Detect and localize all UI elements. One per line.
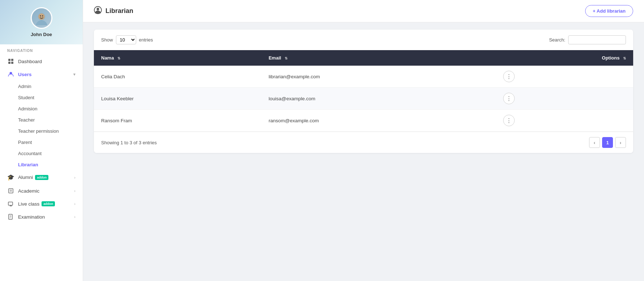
academic-icon (7, 188, 14, 194)
sort-email-icon: ⇅ (285, 56, 288, 60)
dashboard-label: Dashboard (18, 59, 42, 64)
cell-email: librarian@example.com (262, 66, 496, 88)
avatar (31, 7, 52, 29)
pagination: ‹ 1 › (589, 137, 626, 148)
examination-label: Examination (18, 214, 45, 220)
cell-options: ⋮ (496, 88, 633, 110)
cell-email: louisa@example.com (262, 88, 496, 110)
page-1-button[interactable]: 1 (602, 137, 613, 148)
entries-suffix: entries (139, 37, 153, 43)
svg-point-1 (36, 20, 47, 25)
page-title: Librarian (105, 7, 133, 15)
svg-rect-8 (11, 62, 13, 64)
table-row: Celia Dachlibrarian@example.com⋮ (94, 66, 633, 88)
users-label: Users (18, 72, 32, 77)
sidebar-subitem-teacher[interactable]: Teacher (0, 114, 83, 126)
nav-label: NAVIGATION (0, 44, 83, 55)
svg-rect-5 (8, 59, 10, 61)
options-button-row-1[interactable]: ⋮ (503, 93, 515, 104)
live-class-icon (7, 201, 14, 207)
cell-email: ransom@example.com (262, 110, 496, 132)
entries-control: Show 10 25 50 100 entries (101, 35, 153, 44)
alumni-badge: addon (35, 175, 48, 180)
search-label: Search: (549, 37, 565, 43)
col-options: Options ⇅ (496, 50, 633, 66)
alumni-icon: 🎓 (7, 174, 14, 181)
svg-point-4 (42, 16, 43, 17)
col-name: Nama ⇅ (94, 50, 262, 66)
users-chevron: ▾ (73, 72, 75, 77)
alumni-chevron: › (74, 175, 75, 180)
sidebar-subitem-admision[interactable]: Admision (0, 103, 83, 114)
options-button-row-2[interactable]: ⋮ (503, 115, 515, 126)
academic-chevron: › (74, 189, 75, 193)
content-area: Show 10 25 50 100 entries Search: (83, 22, 644, 281)
sidebar-item-users[interactable]: Users ▾ (0, 68, 83, 81)
card-footer: Showing 1 to 3 of 3 entries ‹ 1 › (94, 132, 633, 153)
sidebar-subitem-teacher-permission[interactable]: Teacher permission (0, 126, 83, 137)
add-librarian-button[interactable]: + Add librarian (585, 5, 633, 17)
page-title-area: Librarian (94, 6, 133, 16)
sidebar: John Doe NAVIGATION Dashboard Users ▾ Ad… (0, 0, 83, 281)
sidebar-item-examination[interactable]: Examination › (0, 210, 83, 223)
live-class-badge: addon (42, 201, 55, 206)
table-row: Louisa Keeblerlouisa@example.com⋮ (94, 88, 633, 110)
sidebar-subitem-student[interactable]: Student (0, 92, 83, 103)
next-page-button[interactable]: › (615, 137, 626, 148)
table-header-row: Nama ⇅ Email ⇅ Options ⇅ (94, 50, 633, 66)
users-icon (7, 71, 14, 77)
alumni-label: Alumni (18, 175, 33, 180)
showing-text: Showing 1 to 3 of 3 entries (101, 140, 157, 145)
cell-name: Louisa Keebler (94, 88, 262, 110)
cell-name: Ransom Fram (94, 110, 262, 132)
user-name: John Doe (31, 32, 52, 37)
table-row: Ransom Framransom@example.com⋮ (94, 110, 633, 132)
cell-options: ⋮ (496, 110, 633, 132)
prev-page-button[interactable]: ‹ (589, 137, 600, 148)
examination-icon (7, 214, 14, 220)
cell-options: ⋮ (496, 66, 633, 88)
sidebar-header: John Doe (0, 0, 83, 44)
svg-rect-7 (8, 62, 10, 64)
show-label: Show (101, 37, 113, 43)
examination-chevron: › (74, 215, 75, 219)
svg-rect-6 (11, 59, 13, 61)
sidebar-subitem-parent[interactable]: Parent (0, 137, 83, 148)
sidebar-item-academic[interactable]: Academic › (0, 184, 83, 197)
sort-options-icon: ⇅ (623, 56, 626, 60)
svg-point-2 (38, 13, 45, 20)
live-class-label: Live class (18, 201, 39, 207)
dashboard-icon (7, 58, 14, 64)
sidebar-item-live-class[interactable]: Live class addon › (0, 197, 83, 210)
col-email: Email ⇅ (262, 50, 496, 66)
main-content: Librarian + Add librarian Show 10 25 50 … (83, 0, 644, 281)
card-controls: Show 10 25 50 100 entries Search: (94, 30, 633, 50)
svg-point-21 (97, 8, 99, 10)
sidebar-item-dashboard[interactable]: Dashboard (0, 55, 83, 68)
search-input[interactable] (568, 35, 626, 44)
search-control: Search: (549, 35, 626, 44)
sort-name-icon: ⇅ (117, 56, 120, 60)
sidebar-subitem-accountant[interactable]: Accountant (0, 148, 83, 159)
academic-label: Academic (18, 188, 39, 194)
page-title-icon (94, 6, 102, 16)
avatar-image (32, 7, 51, 29)
svg-rect-13 (8, 202, 13, 205)
librarian-table: Nama ⇅ Email ⇅ Options ⇅ Cel (94, 50, 633, 132)
sidebar-subitem-librarian[interactable]: Librarian (0, 159, 83, 170)
svg-rect-10 (9, 189, 13, 193)
svg-point-3 (40, 16, 41, 17)
librarian-card: Show 10 25 50 100 entries Search: (94, 30, 633, 153)
options-button-row-0[interactable]: ⋮ (503, 71, 515, 82)
entries-select[interactable]: 10 25 50 100 (116, 35, 136, 44)
sidebar-subitem-admin[interactable]: Admin (0, 81, 83, 92)
page-header: Librarian + Add librarian (83, 0, 644, 22)
sidebar-item-alumni[interactable]: 🎓 Alumni addon › (0, 170, 83, 184)
live-class-chevron: › (74, 202, 75, 206)
cell-name: Celia Dach (94, 66, 262, 88)
